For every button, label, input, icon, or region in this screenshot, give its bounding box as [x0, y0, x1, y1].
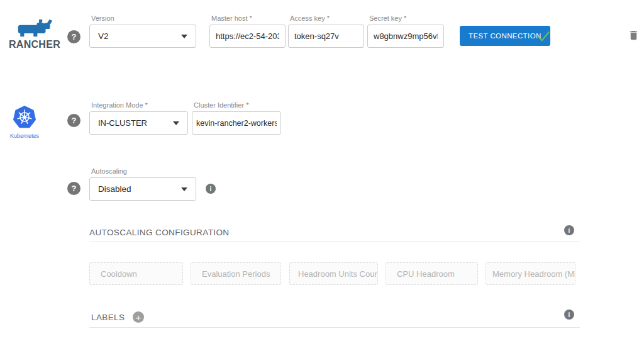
master-host-field: Master host *	[209, 25, 286, 48]
integration-mode-select[interactable]: Integration Mode * IN-CLUSTER	[89, 111, 188, 135]
rancher-bull-icon	[17, 19, 52, 38]
kubernetes-logo: Kubernetes	[9, 105, 40, 139]
version-label: Version	[91, 14, 114, 22]
autoscaling-configuration-header: AUTOSCALING CONFIGURATION	[89, 228, 230, 237]
access-key-input[interactable]	[288, 25, 364, 48]
add-label-button[interactable]: +	[133, 311, 144, 323]
rancher-logo-text: RANCHER	[5, 39, 64, 50]
kubernetes-logo-text: Kubernetes	[9, 133, 40, 139]
chevron-down-icon	[173, 121, 179, 125]
rancher-logo: RANCHER	[5, 19, 64, 50]
version-value: V2	[98, 31, 109, 41]
autoscaling-configuration-info-icon[interactable]: i	[564, 225, 574, 235]
cluster-identifier-field: Cluster Identifier *	[192, 111, 281, 135]
version-select[interactable]: Version V2	[89, 25, 196, 48]
labels-header: LABELS	[91, 313, 125, 322]
kubernetes-wheel-icon	[12, 105, 37, 130]
secret-key-input[interactable]	[367, 25, 444, 48]
cluster-identifier-input[interactable]	[192, 111, 281, 135]
autoscaling-help-icon[interactable]: ?	[67, 182, 80, 195]
memory-headroom-field-disabled: Memory Headroom (MiB)	[486, 262, 575, 285]
autoscaling-label: Autoscaling	[91, 167, 127, 175]
headroom-units-count-field-disabled: Headroom Units Count	[289, 262, 378, 285]
section-divider	[89, 327, 580, 328]
cluster-identifier-label: Cluster Identifier *	[194, 101, 248, 109]
access-key-label: Access key *	[290, 14, 330, 22]
integration-mode-value: IN-CLUSTER	[98, 118, 147, 128]
cooldown-field-disabled: Cooldown	[89, 262, 183, 285]
section-divider	[89, 242, 580, 242]
integration-mode-label: Integration Mode *	[91, 101, 148, 109]
chevron-down-icon	[181, 35, 187, 38]
access-key-field: Access key *	[288, 25, 364, 48]
chevron-down-icon	[181, 187, 187, 191]
master-host-label: Master host *	[211, 14, 252, 22]
rancher-help-icon[interactable]: ?	[67, 30, 80, 43]
autoscaling-value: Disabled	[98, 184, 131, 194]
kubernetes-help-icon[interactable]: ?	[67, 114, 80, 127]
evaluation-periods-field-disabled: Evaluation Periods	[191, 262, 281, 285]
connection-success-check-icon	[536, 29, 551, 43]
cpu-headroom-field-disabled: CPU Headroom	[386, 262, 478, 285]
labels-info-icon[interactable]: i	[564, 310, 574, 320]
autoscaling-select[interactable]: Autoscaling Disabled	[89, 177, 196, 201]
autoscaling-info-icon[interactable]: i	[206, 184, 216, 194]
master-host-input[interactable]	[209, 25, 286, 48]
delete-trash-icon[interactable]	[628, 28, 640, 42]
secret-key-field: Secret key *	[367, 25, 444, 48]
secret-key-label: Secret key *	[369, 14, 406, 22]
